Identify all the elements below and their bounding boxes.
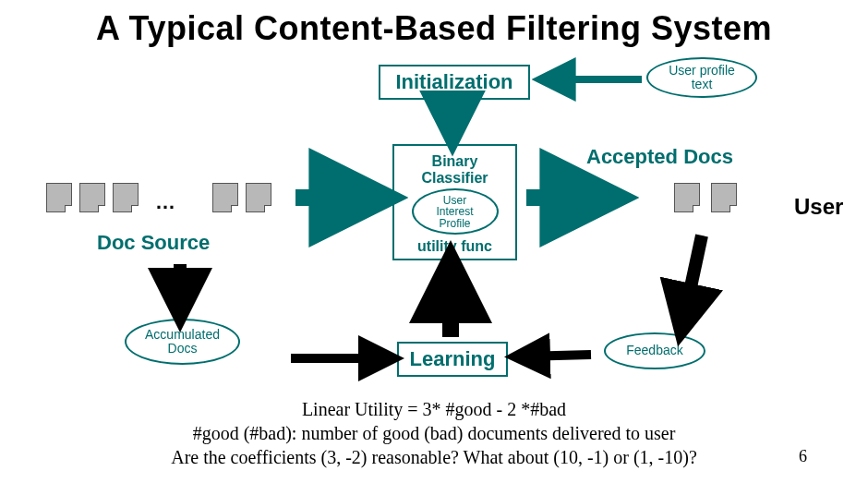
initialization-label: Initialization — [395, 70, 512, 94]
feedback-label: Feedback — [626, 344, 682, 357]
document-icon — [79, 183, 105, 212]
initialization-box: Initialization — [379, 65, 530, 100]
accepted-docs-label: Accepted Docs — [586, 145, 733, 169]
doc-source-label: Doc Source — [97, 231, 210, 255]
document-icon — [113, 183, 139, 212]
learning-box: Learning — [397, 342, 508, 377]
user-profile-line1: User profile — [669, 64, 735, 78]
ellipsis-dots: … — [155, 190, 175, 214]
feedback-ellipse: Feedback — [604, 332, 705, 369]
document-icon — [46, 183, 72, 212]
user-interest-profile-ellipse: User Interest Profile — [412, 188, 499, 235]
slide-title: A Typical Content-Based Filtering System — [0, 9, 868, 48]
profile-line2: Interest — [436, 206, 473, 218]
binary-classifier-box: Binary Classifier User Interest Profile … — [392, 144, 517, 260]
accumulated-line2: Docs — [168, 342, 198, 356]
footer-line-3: Are the coefficients (3, -2) reasonable?… — [0, 447, 868, 468]
document-icon — [246, 183, 271, 212]
accumulated-docs-ellipse: Accumulated Docs — [125, 319, 240, 365]
user-profile-line2: text — [692, 78, 713, 91]
footer-line-1: Linear Utility = 3* #good - 2 *#bad — [0, 399, 868, 420]
accumulated-line1: Accumulated — [145, 328, 220, 342]
footer-line-2: #good (#bad): number of good (bad) docum… — [0, 423, 868, 444]
document-icon — [711, 183, 737, 212]
learning-label: Learning — [410, 347, 496, 371]
slide-number: 6 — [799, 447, 807, 466]
document-icon — [212, 183, 238, 212]
user-label: User — [794, 194, 843, 220]
svg-line-7 — [683, 235, 702, 321]
svg-line-6 — [523, 355, 591, 356]
profile-line3: Profile — [439, 218, 470, 230]
document-icon — [674, 183, 700, 212]
utility-func-label: utility func — [417, 238, 492, 255]
user-profile-text-ellipse: User profile text — [646, 57, 757, 98]
classifier-label-line2: Classifier — [421, 170, 488, 187]
classifier-label-line1: Binary — [432, 153, 478, 170]
